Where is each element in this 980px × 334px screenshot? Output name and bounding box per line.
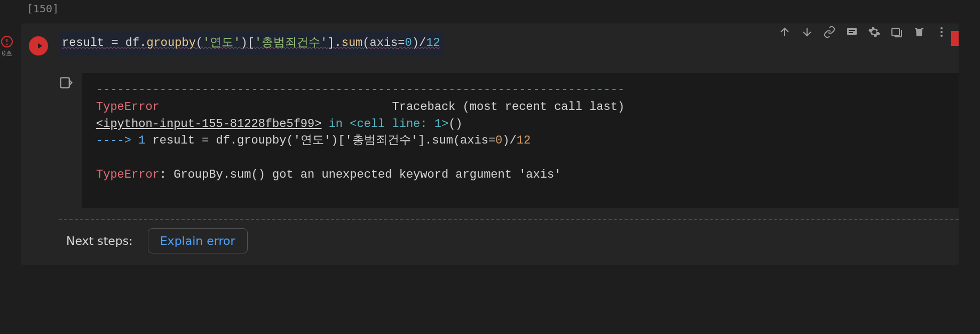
code-token: ( xyxy=(362,36,369,50)
output-area[interactable]: ----------------------------------------… xyxy=(82,73,959,208)
traceback-sep: ----------------------------------------… xyxy=(96,83,625,97)
gear-icon[interactable] xyxy=(867,25,882,39)
move-up-icon[interactable] xyxy=(777,25,792,39)
traceback-errtype: TypeError xyxy=(96,100,160,114)
code-token: groupby xyxy=(146,36,195,50)
traceback-header: Traceback (most recent call last) xyxy=(160,100,625,114)
svg-rect-3 xyxy=(847,28,857,35)
code-token: = xyxy=(104,36,125,50)
svg-rect-10 xyxy=(61,77,69,88)
code-token: '총범죄건수' xyxy=(255,36,327,50)
cell-toolbar xyxy=(771,20,955,44)
exec-timing: 0초 xyxy=(2,49,12,58)
explain-error-button[interactable]: Explain error xyxy=(148,228,248,253)
trash-icon[interactable] xyxy=(912,25,927,39)
svg-point-9 xyxy=(941,35,943,37)
traceback-lineno: 1 xyxy=(138,134,145,147)
next-steps-label: Next steps: xyxy=(66,234,133,248)
code-cell: 0초 xyxy=(21,23,959,265)
code-token: ) xyxy=(412,36,419,50)
code-token: ) xyxy=(240,36,247,50)
traceback-source-link[interactable]: <ipython-input-155-81228fbe5f99> xyxy=(96,117,321,131)
traceback-text: in xyxy=(321,117,350,131)
traceback-errmsg: : GroupBy.sum() got an unexpected keywor… xyxy=(160,168,562,181)
code-token: sum xyxy=(342,36,363,50)
svg-point-7 xyxy=(941,27,943,29)
code-token: ( xyxy=(196,36,203,50)
code-token: = xyxy=(398,36,405,50)
traceback-code: result = df.groupby('연도')['총범죄건수'].sum(a… xyxy=(145,134,495,147)
output-wrap: ----------------------------------------… xyxy=(59,73,959,208)
run-button[interactable] xyxy=(29,36,48,55)
code-token: 12 xyxy=(426,36,440,50)
traceback-code: 0 xyxy=(495,134,502,147)
link-icon[interactable] xyxy=(822,25,837,39)
traceback-errtype: TypeError xyxy=(96,168,160,181)
move-down-icon[interactable] xyxy=(800,25,815,39)
more-icon[interactable] xyxy=(934,25,949,39)
code-token: . xyxy=(139,36,146,50)
code-token: axis xyxy=(370,36,398,50)
code-token: result xyxy=(62,36,104,50)
traceback-code: 12 xyxy=(517,134,531,147)
svg-rect-4 xyxy=(849,30,855,31)
code-token: '연도' xyxy=(203,36,240,50)
svg-point-8 xyxy=(941,31,943,33)
next-steps: Next steps: Explain error xyxy=(59,219,959,257)
traceback-text: () xyxy=(448,117,462,131)
code-token: df xyxy=(125,36,139,50)
error-icon xyxy=(1,35,13,48)
code-token: 0 xyxy=(405,36,412,50)
code-editor[interactable]: result = df.groupby('연도')['총범죄건수'].sum(a… xyxy=(59,32,444,55)
prev-cell-exec-count: [150] xyxy=(21,0,959,17)
code-token: [ xyxy=(248,36,255,50)
traceback-text: <cell line: 1> xyxy=(350,117,448,131)
code-token: / xyxy=(419,36,426,50)
cell-body: result = df.groupby('연도')['총범죄건수'].sum(a… xyxy=(21,23,959,265)
code-token: ] xyxy=(327,36,334,50)
mirror-icon[interactable] xyxy=(889,25,904,39)
code-token: . xyxy=(334,36,341,50)
svg-rect-6 xyxy=(892,28,899,36)
svg-point-2 xyxy=(6,44,7,44)
cell-status-gutter: 0초 xyxy=(0,35,15,58)
svg-rect-5 xyxy=(849,32,853,33)
output-collapse-icon[interactable] xyxy=(59,73,75,208)
comment-icon[interactable] xyxy=(844,25,859,39)
traceback-code: )/ xyxy=(502,134,516,147)
traceback-arrow: ----> xyxy=(96,134,138,147)
